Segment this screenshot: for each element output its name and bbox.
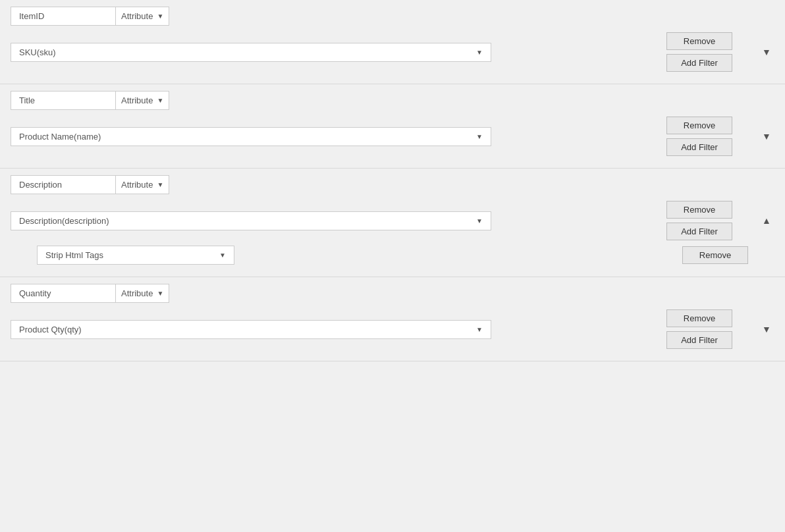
value-select-itemid[interactable]: SKU(sku)▼ — [11, 43, 491, 62]
value-arrow-quantity: ▼ — [476, 326, 483, 333]
sub-select-strip-html[interactable]: Strip Html Tags▼ — [37, 246, 234, 265]
value-row-quantity: Product Qty(qty)▼RemoveAdd Filter▼ — [11, 309, 774, 349]
sub-remove-button-strip-html[interactable]: Remove — [682, 246, 748, 264]
actions-itemid: RemoveAdd Filter — [666, 32, 732, 72]
add-filter-button-title[interactable]: Add Filter — [666, 138, 732, 156]
type-label-quantity: Attribute — [121, 288, 153, 298]
value-select-description[interactable]: Description(description)▼ — [11, 211, 491, 230]
field-label-itemid: ItemID — [11, 7, 116, 26]
type-select-itemid[interactable]: Attribute▼ — [116, 7, 169, 26]
value-arrow-itemid: ▼ — [476, 49, 483, 56]
chevron-quantity[interactable]: ▼ — [759, 324, 774, 334]
type-arrow-itemid: ▼ — [157, 13, 163, 20]
type-label-title: Attribute — [121, 95, 153, 105]
remove-button-itemid[interactable]: Remove — [666, 32, 732, 50]
type-select-quantity[interactable]: Attribute▼ — [116, 284, 169, 303]
add-filter-button-quantity[interactable]: Add Filter — [666, 331, 732, 349]
sub-arrow-strip-html: ▼ — [219, 252, 226, 259]
remove-button-description[interactable]: Remove — [666, 201, 732, 219]
add-filter-button-itemid[interactable]: Add Filter — [666, 54, 732, 72]
section-description: DescriptionAttribute▼Description(descrip… — [0, 169, 785, 277]
field-label-quantity: Quantity — [11, 284, 116, 303]
value-select-title[interactable]: Product Name(name)▼ — [11, 127, 491, 146]
chevron-itemid[interactable]: ▼ — [759, 47, 774, 57]
actions-description: RemoveAdd Filter — [666, 201, 732, 240]
value-arrow-description: ▼ — [476, 217, 483, 225]
value-row-itemid: SKU(sku)▼RemoveAdd Filter▼ — [11, 32, 774, 72]
value-label-quantity: Product Qty(qty) — [19, 325, 82, 334]
type-arrow-description: ▼ — [157, 181, 163, 188]
actions-quantity: RemoveAdd Filter — [666, 309, 732, 349]
chevron-title[interactable]: ▼ — [759, 131, 774, 142]
add-filter-button-description[interactable]: Add Filter — [666, 223, 732, 240]
section-header-quantity: QuantityAttribute▼ — [11, 284, 774, 303]
value-label-title: Product Name(name) — [19, 132, 101, 142]
type-arrow-title: ▼ — [157, 97, 163, 104]
type-select-title[interactable]: Attribute▼ — [116, 91, 169, 110]
value-select-quantity[interactable]: Product Qty(qty)▼ — [11, 320, 491, 339]
value-arrow-title: ▼ — [476, 133, 483, 140]
value-label-itemid: SKU(sku) — [19, 47, 56, 57]
actions-title: RemoveAdd Filter — [666, 117, 732, 156]
section-header-description: DescriptionAttribute▼ — [11, 175, 774, 194]
remove-button-quantity[interactable]: Remove — [666, 309, 732, 327]
field-label-description: Description — [11, 175, 116, 194]
section-itemid: ItemIDAttribute▼SKU(sku)▼RemoveAdd Filte… — [0, 0, 785, 84]
field-label-title: Title — [11, 91, 116, 110]
section-title: TitleAttribute▼Product Name(name)▼Remove… — [0, 84, 785, 169]
value-label-description: Description(description) — [19, 216, 109, 226]
sub-label-strip-html: Strip Html Tags — [45, 250, 103, 260]
section-header-title: TitleAttribute▼ — [11, 91, 774, 110]
chevron-description[interactable]: ▲ — [759, 215, 774, 226]
type-label-description: Attribute — [121, 180, 153, 190]
sub-actions-strip-html: Remove — [682, 246, 748, 264]
value-row-description: Description(description)▼RemoveAdd Filte… — [11, 201, 774, 240]
sub-row-strip-html: Strip Html Tags▼Remove — [37, 246, 774, 265]
section-header-itemid: ItemIDAttribute▼ — [11, 7, 774, 26]
section-quantity: QuantityAttribute▼Product Qty(qty)▼Remov… — [0, 277, 785, 361]
type-select-description[interactable]: Attribute▼ — [116, 175, 169, 194]
remove-button-title[interactable]: Remove — [666, 117, 732, 134]
type-arrow-quantity: ▼ — [157, 290, 163, 297]
type-label-itemid: Attribute — [121, 11, 153, 21]
value-row-title: Product Name(name)▼RemoveAdd Filter▼ — [11, 117, 774, 156]
